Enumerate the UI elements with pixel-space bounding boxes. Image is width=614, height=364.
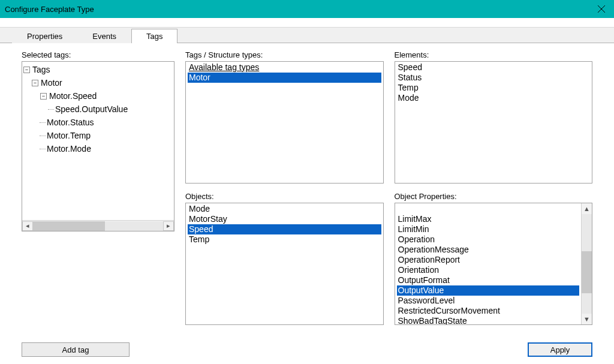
objects-list[interactable]: ModeMotorStaySpeedTemp xyxy=(185,203,384,325)
list-item[interactable]: MotorStay xyxy=(188,214,381,224)
title-bar: Configure Faceplate Type xyxy=(0,0,614,18)
tree-leaf-status[interactable]: Motor.Status xyxy=(40,116,173,129)
list-item[interactable]: Operation xyxy=(397,234,580,245)
tree-node-label: Motor.Status xyxy=(47,118,94,127)
list-item[interactable]: Temp xyxy=(188,234,381,245)
scroll-thumb[interactable] xyxy=(582,251,592,293)
scroll-down-icon[interactable]: ▼ xyxy=(582,314,592,324)
list-item[interactable]: OutputFormat xyxy=(397,275,580,285)
expander-minus-icon[interactable]: − xyxy=(23,67,30,73)
list-item[interactable]: Mode xyxy=(397,93,591,103)
list-item[interactable]: Temp xyxy=(397,83,591,93)
tree-line-icon xyxy=(40,136,46,136)
tree-leaf-output[interactable]: Speed.OutputValue xyxy=(49,103,173,116)
scroll-track[interactable] xyxy=(582,214,592,314)
tree-node-label: Tags xyxy=(32,65,50,74)
close-button[interactable] xyxy=(594,1,609,17)
tree-leaf-mode[interactable]: Motor.Mode xyxy=(40,142,173,155)
objects-label: Objects: xyxy=(185,192,384,201)
tree-node-motor-speed[interactable]: − Motor.Speed xyxy=(40,89,173,103)
tree-leaf-temp[interactable]: Motor.Temp xyxy=(40,129,173,142)
selected-tags-label: Selected tags: xyxy=(22,50,174,59)
tree-line-icon xyxy=(40,149,46,149)
tree-node-label: Motor.Speed xyxy=(49,91,97,101)
scroll-track[interactable] xyxy=(33,221,163,231)
tree-node-label: Motor xyxy=(41,78,62,88)
tree-node-label: Motor.Mode xyxy=(47,144,91,154)
close-icon xyxy=(598,5,605,13)
scroll-thumb[interactable] xyxy=(33,221,105,231)
tab-properties[interactable]: Properties xyxy=(12,29,77,43)
list-item[interactable]: ShowBadTagState xyxy=(397,316,580,324)
dialog-body: Selected tags: − Tags − Motor − Motor.Sp… xyxy=(0,43,614,364)
selected-tags-tree[interactable]: − Tags − Motor − Motor.Speed xyxy=(22,61,174,231)
list-header[interactable]: Available tag types xyxy=(188,62,381,73)
tags-structure-list[interactable]: Available tag types Motor xyxy=(185,61,384,183)
tree-line-icon xyxy=(40,122,46,123)
tree-line-icon xyxy=(48,109,54,110)
list-item[interactable]: PasswordLevel xyxy=(397,296,580,306)
expander-minus-icon[interactable]: − xyxy=(40,93,47,100)
column-left: Selected tags: − Tags − Motor − Motor.Sp… xyxy=(22,50,174,358)
window-title: Configure Faceplate Type xyxy=(5,5,594,14)
tab-bar: Properties Events Tags xyxy=(0,28,614,43)
list-item[interactable]: Status xyxy=(397,73,591,83)
props-vscrollbar[interactable]: ▲ ▼ xyxy=(581,203,592,324)
column-right: Tags / Structure types: Available tag ty… xyxy=(185,50,592,358)
tab-tags[interactable]: Tags xyxy=(131,29,177,43)
expander-minus-icon[interactable]: − xyxy=(32,80,38,86)
list-item[interactable]: LimitMax xyxy=(397,214,580,224)
tree-hscrollbar[interactable]: ◂ ▸ xyxy=(22,220,174,231)
tree-node-motor[interactable]: − Motor xyxy=(32,76,173,89)
tags-structure-label: Tags / Structure types: xyxy=(185,50,384,59)
footer: Add tag Apply xyxy=(22,342,592,357)
list-item[interactable]: RestrictedCursorMovement xyxy=(397,306,580,316)
apply-button[interactable]: Apply xyxy=(528,342,592,357)
elements-label: Elements: xyxy=(395,50,593,59)
scroll-left-icon[interactable]: ◂ xyxy=(22,221,33,231)
scroll-right-icon[interactable]: ▸ xyxy=(163,221,174,231)
list-item[interactable]: Orientation xyxy=(397,265,580,275)
object-properties-label: Object Properties: xyxy=(395,192,593,201)
tree-node-label: Speed.OutputValue xyxy=(55,104,128,114)
list-item[interactable]: Mode xyxy=(188,204,381,214)
tree-node-label: Motor.Temp xyxy=(47,131,91,140)
tree-root[interactable]: − Tags xyxy=(23,63,173,76)
list-item[interactable]: LimitMin xyxy=(397,224,580,234)
object-properties-list[interactable]: LimitMaxLimitMinOperationOperationMessag… xyxy=(395,203,593,325)
scroll-up-icon[interactable]: ▲ xyxy=(582,203,592,214)
elements-list[interactable]: SpeedStatusTempMode xyxy=(395,61,593,183)
list-item[interactable]: Speed xyxy=(397,62,591,73)
list-item[interactable]: Speed xyxy=(188,224,381,234)
list-item[interactable]: OperationMessage xyxy=(397,245,580,255)
list-item[interactable]: OutputValue xyxy=(397,285,580,296)
spacer xyxy=(0,18,614,28)
tab-events[interactable]: Events xyxy=(77,29,131,43)
list-item[interactable]: Motor xyxy=(188,73,381,83)
list-item[interactable]: OperationReport xyxy=(397,255,580,265)
add-tag-button[interactable]: Add tag xyxy=(22,342,130,357)
